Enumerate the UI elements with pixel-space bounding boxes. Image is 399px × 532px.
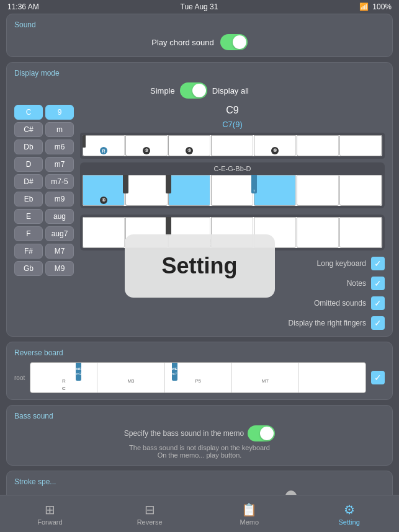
overlay-title: Setting — [162, 253, 238, 279]
overlay-backdrop: Setting — [0, 0, 399, 532]
overlay-card: Setting — [125, 234, 275, 298]
